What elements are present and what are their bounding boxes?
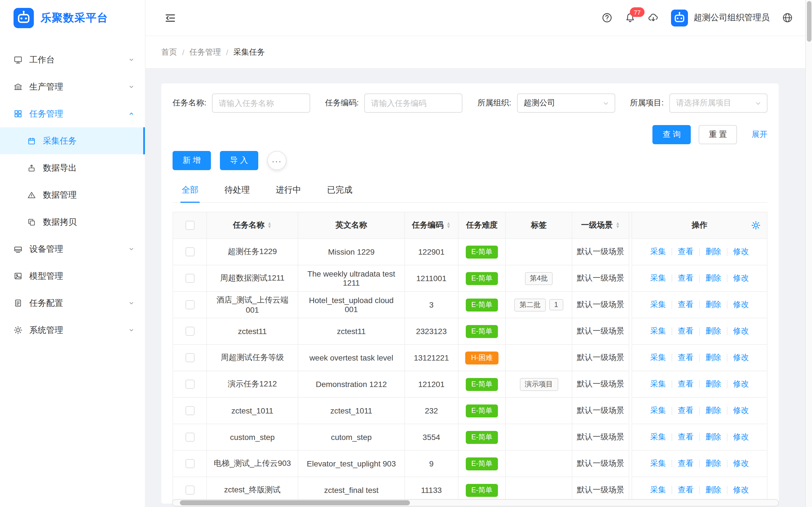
action-edit[interactable]: 修改 <box>733 273 749 283</box>
action-delete[interactable]: 删除 <box>705 247 721 257</box>
row-checkbox[interactable] <box>185 380 194 389</box>
action-delete[interactable]: 删除 <box>705 406 721 416</box>
task-name-input[interactable] <box>212 94 310 113</box>
column-settings-gear-icon[interactable] <box>751 221 761 230</box>
action-view[interactable]: 查看 <box>678 247 694 257</box>
sidebar-item-data-management[interactable]: 数据管理 <box>0 181 145 209</box>
breadcrumb-home[interactable]: 首页 <box>161 47 177 57</box>
breadcrumb-task-management[interactable]: 任务管理 <box>190 47 221 57</box>
column-task-code[interactable]: 任务编码 ▲▼ <box>405 212 458 239</box>
globe-icon[interactable] <box>782 12 793 23</box>
search-button[interactable]: 查 询 <box>652 125 691 144</box>
expand-button[interactable]: 展开 <box>752 129 767 140</box>
sidebar-item-task-config[interactable]: 任务配置 <box>0 290 145 317</box>
tab-pending[interactable]: 待处理 <box>223 179 251 202</box>
sidebar-item-task-management[interactable]: 任务管理 <box>0 100 145 127</box>
action-view[interactable]: 查看 <box>678 459 694 469</box>
action-view[interactable]: 查看 <box>678 485 694 495</box>
action-edit[interactable]: 修改 <box>733 353 749 363</box>
action-edit[interactable]: 修改 <box>733 326 749 336</box>
select-all-checkbox[interactable] <box>185 221 194 230</box>
notifications-button[interactable]: 77 <box>625 12 636 23</box>
more-actions-button[interactable]: ··· <box>267 151 287 170</box>
action-view[interactable]: 查看 <box>678 300 694 310</box>
action-collect[interactable]: 采集 <box>650 432 666 442</box>
action-delete[interactable]: 删除 <box>705 273 721 283</box>
cloud-download-icon[interactable] <box>648 12 659 23</box>
horizontal-scrollbar-thumb[interactable] <box>180 500 410 505</box>
action-edit[interactable]: 修改 <box>733 485 749 495</box>
cell-en-name: cutom_step <box>298 424 405 451</box>
row-checkbox[interactable] <box>185 406 194 415</box>
tab-in-progress[interactable]: 进行中 <box>274 179 302 202</box>
help-icon[interactable] <box>602 12 612 23</box>
column-scene[interactable]: 一级场景 ▲▼ <box>572 212 629 239</box>
action-view[interactable]: 查看 <box>678 326 694 336</box>
sidebar-item-system-management[interactable]: 系统管理 <box>0 317 145 344</box>
vertical-scrollbar-thumb[interactable] <box>807 1 811 42</box>
action-edit[interactable]: 修改 <box>733 379 749 389</box>
row-checkbox[interactable] <box>185 327 194 336</box>
task-code-input[interactable] <box>364 94 463 113</box>
action-delete[interactable]: 删除 <box>705 300 721 310</box>
action-edit[interactable]: 修改 <box>733 459 749 469</box>
action-collect[interactable]: 采集 <box>650 379 666 389</box>
row-checkbox[interactable] <box>185 353 194 362</box>
cell-en-name: Mission 1229 <box>298 239 405 265</box>
sort-icon[interactable]: ▲▼ <box>446 222 451 229</box>
action-collect[interactable]: 采集 <box>650 300 666 310</box>
action-edit[interactable]: 修改 <box>733 406 749 416</box>
action-edit[interactable]: 修改 <box>733 247 749 257</box>
action-view[interactable]: 查看 <box>678 353 694 363</box>
reset-button[interactable]: 重 置 <box>699 125 737 144</box>
row-checkbox[interactable] <box>185 247 194 256</box>
add-button[interactable]: 新 增 <box>172 151 211 170</box>
row-checkbox[interactable] <box>185 459 194 468</box>
vertical-scrollbar[interactable] <box>805 0 812 507</box>
import-button[interactable]: 导 入 <box>220 151 258 170</box>
row-checkbox[interactable] <box>185 274 194 283</box>
action-edit[interactable]: 修改 <box>733 300 749 310</box>
action-view[interactable]: 查看 <box>678 379 694 389</box>
organization-select[interactable]: 超测公司 <box>517 94 615 113</box>
menu-fold-icon[interactable] <box>165 12 176 23</box>
action-edit[interactable]: 修改 <box>733 432 749 442</box>
action-delete[interactable]: 删除 <box>705 353 721 363</box>
row-checkbox[interactable] <box>185 300 194 309</box>
action-view[interactable]: 查看 <box>678 273 694 283</box>
sidebar-item-model-management[interactable]: 模型管理 <box>0 263 145 290</box>
cell-scene: 默认一级场景 <box>572 451 629 477</box>
action-collect[interactable]: 采集 <box>650 459 666 469</box>
sidebar-item-device-management[interactable]: 设备管理 <box>0 235 145 263</box>
project-select[interactable]: 请选择所属项目 <box>669 94 767 113</box>
action-view[interactable]: 查看 <box>678 406 694 416</box>
action-delete[interactable]: 删除 <box>705 379 721 389</box>
sidebar-item-collection-task[interactable]: 采集任务 <box>0 127 145 154</box>
row-checkbox[interactable] <box>185 433 194 442</box>
column-task-name[interactable]: 任务名称 ▲▼ <box>207 212 298 239</box>
sort-icon[interactable]: ▲▼ <box>615 222 620 229</box>
sidebar-item-data-export[interactable]: 数据导出 <box>0 154 145 181</box>
sidebar-item-production[interactable]: 生产管理 <box>0 73 145 100</box>
action-collect[interactable]: 采集 <box>650 353 666 363</box>
action-delete[interactable]: 删除 <box>705 432 721 442</box>
row-checkbox[interactable] <box>185 486 194 495</box>
action-collect[interactable]: 采集 <box>650 406 666 416</box>
sidebar-item-data-copy[interactable]: 数据拷贝 <box>0 209 145 235</box>
horizontal-scrollbar[interactable] <box>172 499 779 506</box>
tab-all[interactable]: 全部 <box>181 179 200 202</box>
action-view[interactable]: 查看 <box>678 432 694 442</box>
action-delete[interactable]: 删除 <box>705 326 721 336</box>
action-collect[interactable]: 采集 <box>650 273 666 283</box>
sort-icon[interactable]: ▲▼ <box>267 222 272 229</box>
action-collect[interactable]: 采集 <box>650 247 666 257</box>
action-collect[interactable]: 采集 <box>650 485 666 495</box>
action-delete[interactable]: 删除 <box>705 485 721 495</box>
tab-completed[interactable]: 已完成 <box>326 179 354 202</box>
sidebar-item-workbench[interactable]: 工作台 <box>0 46 145 73</box>
action-delete[interactable]: 删除 <box>705 459 721 469</box>
sidebar-menu: 工作台 生产管理 任务管理 采集任务 数据导出 <box>0 36 145 344</box>
action-collect[interactable]: 采集 <box>650 326 666 336</box>
user-menu[interactable]: 超测公司组织管理员 <box>671 9 770 26</box>
cell-task-name: zctest_1011 <box>207 398 298 424</box>
